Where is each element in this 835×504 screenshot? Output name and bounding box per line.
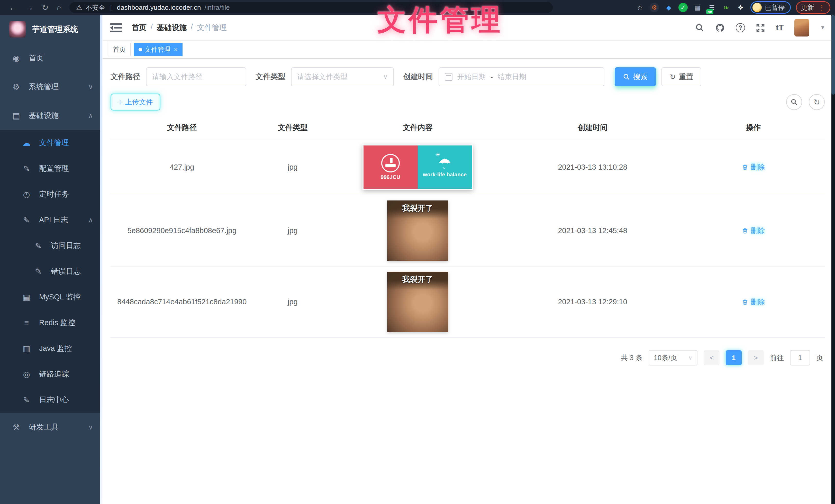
file-path-input-wrap (146, 67, 246, 86)
sidebar-item-system[interactable]: ⚙ 系统管理 ∨ (0, 72, 100, 101)
table-toolbar: + 上传文件 ↻ (110, 93, 825, 110)
page-1-button[interactable]: 1 (726, 350, 742, 365)
breadcrumb-infra[interactable]: 基础设施 (157, 23, 187, 33)
sidebar-item-home[interactable]: ◉ 首页 (0, 44, 100, 72)
github-icon[interactable] (715, 23, 725, 33)
page-size-select[interactable]: 10条/页 ∨ (649, 350, 697, 365)
upload-file-button[interactable]: + 上传文件 (110, 93, 160, 110)
delete-button[interactable]: 删除 (742, 297, 765, 307)
extension-grid-icon[interactable]: ▦ (693, 3, 702, 12)
sidebar-item-error-log[interactable]: ✎ 错误日志 (0, 258, 100, 284)
text-size-icon[interactable]: tT (776, 23, 783, 33)
delete-button[interactable]: 删除 (742, 226, 765, 236)
pagination: 共 3 条 10条/页 ∨ < 1 > 前往 页 (110, 350, 825, 365)
sun-icon: ☀ (435, 151, 441, 158)
delete-button[interactable]: 删除 (742, 162, 765, 172)
browser-extensions-area: ☆ ⚙ ◆ ✓ ▦ ☰ on ❧ ❖ 已暂停 更新 ⋮ (635, 1, 830, 14)
sidebar-item-infra[interactable]: ▤ 基础设施 ∧ (0, 101, 100, 130)
file-preview-996-banner: 996.ICU ☀ ☂ work-life balance (363, 144, 473, 190)
sidebar-item-label: 研发工具 (29, 422, 59, 432)
sidebar-item-dev-tools[interactable]: ⚒ 研发工具 ∨ (0, 413, 100, 442)
sidebar-item-redis-monitor[interactable]: ≡ Redis 监控 (0, 310, 100, 336)
sidebar-item-mysql-monitor[interactable]: ▦ MySQL 监控 (0, 284, 100, 310)
end-date-placeholder: 结束日期 (497, 72, 526, 82)
next-page-button[interactable]: > (748, 350, 764, 365)
browser-home-icon[interactable]: ⌂ (57, 3, 62, 12)
address-bar[interactable]: ⚠ 不安全 | dashboard.yudao.iocoder.cn/infra… (69, 2, 553, 13)
sidebar-item-label: 配置管理 (39, 164, 69, 174)
app-title: 芋道管理系统 (32, 24, 78, 35)
date-range-picker[interactable]: 开始日期 - 结束日期 (439, 67, 605, 86)
help-icon[interactable]: ? (736, 23, 745, 33)
collapse-sidebar-icon[interactable] (110, 23, 122, 33)
tab-file-management[interactable]: 文件管理 × (134, 43, 183, 56)
column-header-path: 文件路径 (110, 123, 253, 133)
sidebar-item-java-monitor[interactable]: ▥ Java 监控 (0, 336, 100, 361)
sidebar-item-api-log[interactable]: ✎ API 日志 ∧ (0, 207, 100, 233)
browser-forward-icon[interactable]: → (25, 3, 34, 12)
sidebar-item-tracing[interactable]: ◎ 链路追踪 (0, 361, 100, 387)
cell-type: jpg (253, 298, 332, 306)
breadcrumb-home[interactable]: 首页 (131, 23, 146, 33)
security-label: 不安全 (86, 3, 105, 12)
update-button[interactable]: 更新 (801, 3, 814, 12)
table-row: 8448cada8c714e4ab61f521c8da21990 jpg 我裂开… (110, 267, 825, 338)
browser-reload-icon[interactable]: ↻ (42, 3, 48, 12)
extension-list-icon[interactable]: ☰ on (707, 3, 716, 12)
chevron-down-icon: ∨ (689, 355, 692, 361)
file-type-select[interactable]: 请选择文件类型 ∨ (291, 67, 394, 86)
column-header-time: 创建时间 (503, 123, 682, 133)
pagination-total: 共 3 条 (621, 353, 643, 362)
delete-label: 删除 (750, 162, 765, 172)
sidebar-item-label: Redis 监控 (39, 318, 75, 328)
column-header-action: 操作 (682, 123, 825, 133)
plus-icon: + (118, 98, 122, 106)
reset-button[interactable]: ↻ 重置 (661, 67, 701, 86)
breadcrumb: 首页 / 基础设施 / 文件管理 (131, 23, 227, 33)
scrollbar-thumb[interactable] (831, 15, 835, 94)
sidebar-item-log-center[interactable]: ✎ 日志中心 (0, 387, 100, 413)
sidebar-item-label: 错误日志 (51, 266, 81, 276)
search-form: 文件路径 文件类型 请选择文件类型 ∨ 创建时间 开始日期 - 结束日期 (110, 67, 825, 86)
extension-check-icon[interactable]: ✓ (678, 3, 688, 12)
sidebar-item-scheduled-jobs[interactable]: ◷ 定时任务 (0, 182, 100, 207)
bookmark-star-icon[interactable]: ☆ (635, 3, 645, 12)
file-path-input[interactable] (152, 73, 240, 81)
browser-update-control[interactable]: 更新 ⋮ (796, 1, 830, 14)
refresh-table-button[interactable]: ↻ (809, 94, 825, 110)
table-header-row: 文件路径 文件类型 文件内容 创建时间 操作 (110, 117, 825, 139)
sidebar-submenu-infra: ☁ 文件管理 ✎ 配置管理 ◷ 定时任务 ✎ API 日志 ∧ ✎ 访问日志 ✎ (0, 130, 100, 413)
sidebar-item-config[interactable]: ✎ 配置管理 (0, 156, 100, 182)
app-logo (9, 21, 26, 38)
close-icon[interactable]: × (174, 46, 178, 53)
goto-page-input[interactable] (790, 350, 810, 365)
sidebar-item-file-management[interactable]: ☁ 文件管理 (0, 130, 100, 156)
search-button[interactable]: 搜索 (615, 67, 656, 86)
page-content: 文件路径 文件类型 请选择文件类型 ∨ 创建时间 开始日期 - 结束日期 (100, 59, 835, 504)
extension-pin-icon[interactable]: ◆ (664, 3, 673, 12)
fullscreen-icon[interactable] (756, 23, 765, 33)
log-icon: ✎ (33, 267, 44, 276)
browser-menu-dots-icon[interactable]: ⋮ (818, 3, 826, 12)
tab-home[interactable]: 首页 (108, 43, 130, 56)
header-search-icon[interactable] (695, 23, 705, 33)
cell-time: 2021-03-13 12:45:48 (503, 226, 682, 235)
prev-page-button[interactable]: < (704, 350, 719, 365)
browser-back-icon[interactable]: ← (9, 3, 17, 12)
toggle-search-button[interactable] (786, 94, 802, 110)
on-badge: on (706, 9, 713, 14)
sidebar-item-access-log[interactable]: ✎ 访问日志 (0, 233, 100, 258)
breadcrumb-separator: / (191, 23, 193, 33)
timer-icon: ◷ (21, 190, 32, 199)
browser-scrollbar[interactable] (831, 15, 835, 504)
refresh-icon: ↻ (670, 73, 676, 81)
extension-gear-icon[interactable]: ⚙ (650, 3, 659, 12)
extension-puzzle-icon[interactable]: ❖ (736, 3, 745, 12)
avatar-caret-down-icon[interactable]: ▼ (820, 25, 825, 30)
log-icon: ✎ (21, 215, 32, 225)
user-avatar[interactable] (794, 19, 809, 37)
profile-paused-pill[interactable]: 已暂停 (750, 1, 791, 14)
extension-leaf-icon[interactable]: ❧ (721, 3, 731, 12)
tab-label: 文件管理 (145, 45, 170, 54)
app-logo-row[interactable]: 芋道管理系统 (0, 15, 100, 44)
